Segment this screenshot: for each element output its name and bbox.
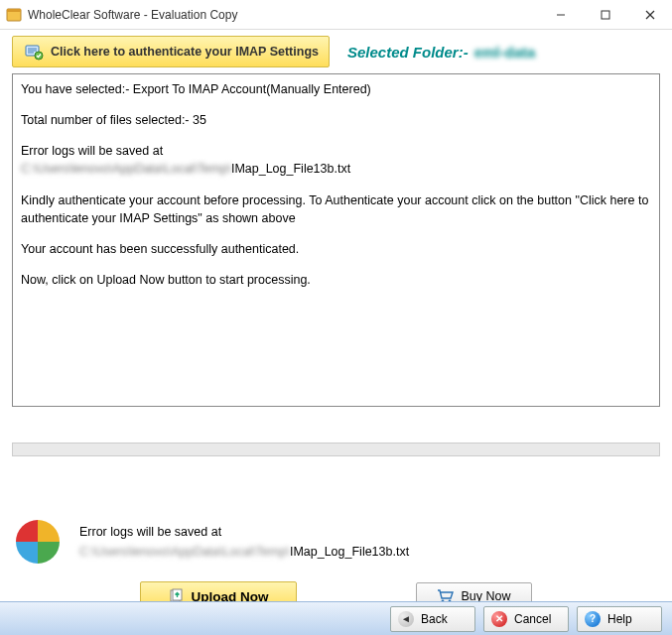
authenticate-button[interactable]: Click here to authenticate your IMAP Set… [12, 36, 330, 67]
maximize-button[interactable] [583, 0, 627, 29]
app-icon [6, 7, 22, 23]
log-line: Total number of files selected:- 35 [21, 111, 651, 129]
progress-bar [12, 443, 660, 456]
authenticate-icon [23, 41, 45, 63]
error-log-path: C:\Users\lenovo\AppData\Local\Temp\IMap_… [79, 545, 409, 559]
svg-rect-1 [7, 9, 21, 12]
log-line: You have selected:- Export To IMAP Accou… [21, 80, 651, 98]
log-panel[interactable]: You have selected:- Export To IMAP Accou… [12, 73, 660, 407]
footer-card: Error logs will be saved at C:\Users\len… [12, 512, 660, 572]
log-line: Now, click on Upload Now button to start… [21, 271, 651, 289]
window-title: WholeClear Software - Evaluation Copy [28, 8, 237, 22]
log-line: Error logs will be saved at C:\Users\len… [21, 142, 651, 178]
header-row: Click here to authenticate your IMAP Set… [0, 30, 672, 73]
back-button[interactable]: ◄ Back [390, 606, 475, 632]
logo-icon [16, 520, 60, 564]
back-icon: ◄ [397, 610, 415, 628]
footer-text: Error logs will be saved at C:\Users\len… [79, 525, 409, 559]
titlebar: WholeClear Software - Evaluation Copy [0, 0, 672, 30]
svg-rect-3 [602, 11, 609, 19]
cancel-icon: ✕ [490, 610, 508, 628]
log-line: Kindly authenticate your account before … [21, 191, 651, 227]
help-button[interactable]: ? Help [577, 606, 662, 632]
window-controls [538, 0, 672, 29]
help-icon: ? [584, 610, 602, 628]
minimize-button[interactable] [538, 0, 583, 29]
authenticate-label: Click here to authenticate your IMAP Set… [51, 45, 319, 59]
error-log-label: Error logs will be saved at [79, 525, 409, 539]
close-button[interactable] [627, 0, 672, 29]
selected-folder: Selected Folder:- eml-data [347, 44, 535, 61]
log-line: Your account has been successfully authe… [21, 240, 651, 258]
selected-folder-value: eml-data [474, 44, 536, 61]
selected-folder-label: Selected Folder:- [347, 44, 469, 61]
cancel-button[interactable]: ✕ Cancel [483, 606, 569, 632]
bottom-nav-bar: ◄ Back ✕ Cancel ? Help [0, 601, 672, 635]
